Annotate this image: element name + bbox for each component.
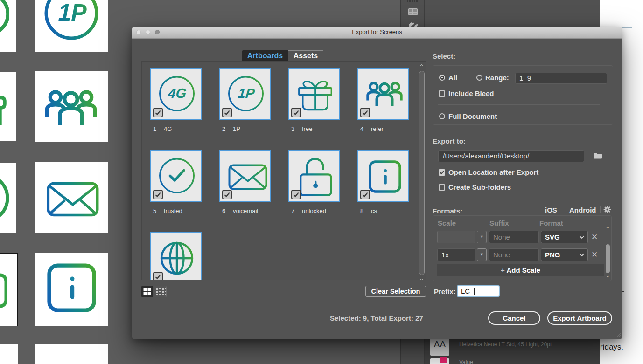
svg-text:1P: 1P — [237, 86, 255, 101]
svg-text:1P: 1P — [58, 0, 87, 26]
svg-text:4G: 4G — [167, 86, 187, 101]
